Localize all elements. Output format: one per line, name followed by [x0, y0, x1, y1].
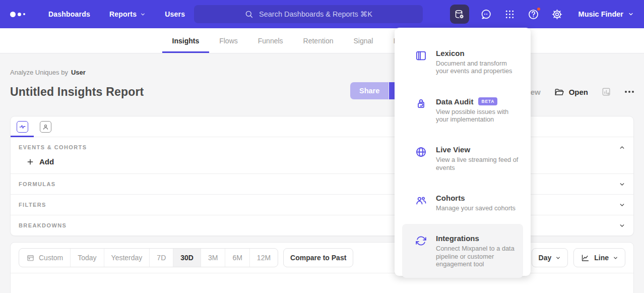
- pulse-chart-icon: [18, 123, 27, 131]
- chevron-down-icon: [613, 255, 618, 261]
- menu-item-cohorts[interactable]: Cohorts Manage your saved cohorts: [395, 183, 531, 223]
- topbar-actions: Music Finder: [450, 0, 634, 28]
- report-tabs: Insights Flows Funnels Retention Signal …: [0, 28, 644, 53]
- menu-item-title: Data Audit: [436, 97, 473, 106]
- tab-flows[interactable]: Flows: [209, 28, 248, 53]
- date-range-segments: Custom Today Yesterday 7D 30D 3M 6M 12M: [19, 248, 278, 267]
- tab-retention[interactable]: Retention: [293, 28, 344, 53]
- chart-controls-card: Custom Today Yesterday 7D 30D 3M 6M 12M …: [10, 242, 634, 293]
- menu-item-description: Manage your saved cohorts: [436, 204, 516, 212]
- add-label: Add: [39, 157, 54, 166]
- interval-label: Day: [539, 254, 552, 262]
- search-icon: [244, 10, 254, 19]
- data-audit-icon: [415, 97, 427, 124]
- range-30d[interactable]: 30D: [173, 249, 201, 267]
- chevron-down-icon[interactable]: [619, 181, 625, 188]
- chevron-down-icon[interactable]: [619, 201, 625, 208]
- workspace-selector[interactable]: Music Finder: [578, 10, 634, 18]
- chevron-down-icon: [628, 11, 634, 17]
- add-event-button[interactable]: Add: [26, 157, 61, 166]
- query-builder-card: EVENTS & COHORTS Add FORMULAS FILTERS BR…: [10, 116, 634, 236]
- menu-item-integrations[interactable]: Integrations Connect Mixpanel to a data …: [402, 224, 523, 278]
- open-label: Open: [569, 88, 588, 96]
- section-breakdowns[interactable]: BREAKDOWNS: [11, 215, 633, 236]
- menu-item-live-view[interactable]: Live View View a live streaming feed of …: [395, 134, 531, 183]
- add-to-dashboard-icon[interactable]: [601, 87, 612, 97]
- menu-item-data-audit[interactable]: Data Audit BETA View possible issues wit…: [395, 86, 531, 135]
- menu-item-description: Document and transform your events and p…: [436, 60, 519, 75]
- chart-query-tab[interactable]: [17, 121, 28, 133]
- range-6m[interactable]: 6M: [225, 249, 249, 267]
- analyze-label: Analyze Uniques by: [10, 69, 68, 76]
- report-actions: New Open: [525, 87, 634, 97]
- chevron-down-icon[interactable]: [619, 222, 625, 229]
- open-report-button[interactable]: Open: [554, 87, 588, 97]
- live-view-globe-icon: [415, 145, 427, 171]
- menu-item-lexicon[interactable]: Lexicon Document and transform your even…: [395, 38, 531, 86]
- data-management-icon[interactable]: [450, 5, 469, 24]
- section-label: FILTERS: [19, 202, 46, 208]
- chart-type-label: Line: [594, 254, 609, 262]
- profiles-query-tab[interactable]: [40, 121, 51, 133]
- report-header: Untitled Insights Report Share New Open: [10, 81, 634, 103]
- menu-item-description: View possible issues with your implement…: [436, 108, 521, 124]
- range-7d[interactable]: 7D: [150, 249, 173, 267]
- help-icon[interactable]: [527, 8, 540, 21]
- menu-item-title: Cohorts: [436, 194, 516, 202]
- section-label: BREAKDOWNS: [19, 222, 67, 228]
- data-management-dropdown: Lexicon Document and transform your even…: [395, 28, 531, 276]
- notification-dot: [536, 7, 541, 12]
- page-title[interactable]: Untitled Insights Report: [10, 85, 144, 99]
- breadcrumb: Analyze Uniques byUser: [10, 53, 634, 76]
- date-controls: Custom Today Yesterday 7D 30D 3M 6M 12M …: [19, 248, 353, 267]
- menu-item-title: Integrations: [436, 234, 519, 243]
- settings-gear-icon[interactable]: [551, 8, 564, 21]
- tab-signal[interactable]: Signal: [344, 28, 383, 53]
- chart-controls-row: Custom Today Yesterday 7D 30D 3M 6M 12M …: [11, 243, 633, 273]
- range-12m[interactable]: 12M: [250, 249, 278, 267]
- range-today[interactable]: Today: [71, 249, 104, 267]
- tab-funnels[interactable]: Funnels: [248, 28, 293, 53]
- feedback-icon[interactable]: [480, 8, 493, 21]
- range-custom[interactable]: Custom: [19, 249, 71, 267]
- plus-icon: [26, 158, 34, 166]
- query-builder-tabs: [11, 116, 633, 137]
- chevron-down-icon: [140, 12, 146, 17]
- nav-reports[interactable]: Reports: [109, 10, 146, 18]
- range-3m[interactable]: 3M: [201, 249, 225, 267]
- line-chart-icon: [581, 253, 590, 263]
- chevron-down-icon: [555, 255, 561, 261]
- section-label: EVENTS & COHORTS: [19, 144, 87, 150]
- compare-to-past-button[interactable]: Compare to Past: [283, 248, 353, 267]
- interval-selector[interactable]: Day: [532, 248, 568, 267]
- chart-type-selector[interactable]: Line: [573, 248, 625, 267]
- folder-open-icon: [554, 87, 564, 97]
- tab-insights[interactable]: Insights: [162, 28, 210, 53]
- nav-reports-label: Reports: [109, 10, 137, 18]
- menu-item-title: Lexicon: [436, 49, 519, 57]
- range-yesterday[interactable]: Yesterday: [104, 249, 150, 267]
- more-options-icon[interactable]: [625, 91, 634, 93]
- active-tab-underline: [11, 136, 34, 137]
- cohorts-people-icon: [415, 194, 427, 212]
- search-placeholder: Search Dashboards & Reports ⌘K: [259, 10, 372, 18]
- analyze-by-selector[interactable]: User: [71, 69, 86, 76]
- section-filters[interactable]: FILTERS: [11, 194, 633, 215]
- nav-users[interactable]: Users: [165, 10, 185, 18]
- section-label: FORMULAS: [19, 181, 56, 187]
- person-icon: [42, 123, 49, 131]
- menu-item-description: View a live streaming feed of events: [436, 156, 521, 171]
- top-nav: Dashboards Reports Users: [48, 10, 185, 18]
- share-button[interactable]: Share: [350, 82, 389, 99]
- top-bar: Dashboards Reports Users Search Dashboar…: [0, 0, 644, 28]
- nav-dashboards[interactable]: Dashboards: [48, 10, 90, 18]
- section-formulas[interactable]: FORMULAS: [11, 173, 633, 194]
- section-events-cohorts[interactable]: EVENTS & COHORTS: [11, 137, 633, 151]
- beta-badge: BETA: [478, 97, 497, 105]
- calendar-icon: [26, 254, 35, 262]
- mixpanel-logo[interactable]: [10, 12, 25, 17]
- search-input[interactable]: Search Dashboards & Reports ⌘K: [194, 5, 423, 23]
- menu-item-title: Live View: [436, 145, 521, 154]
- apps-grid-icon[interactable]: [503, 8, 517, 21]
- chevron-up-icon[interactable]: [619, 144, 625, 151]
